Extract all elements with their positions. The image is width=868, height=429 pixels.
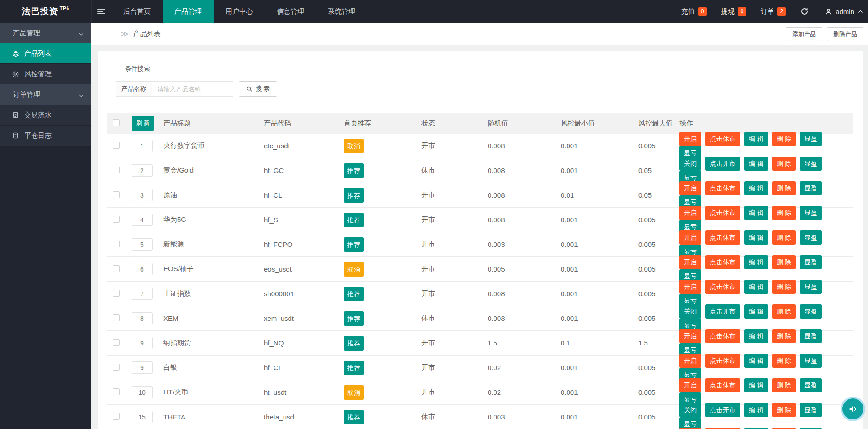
- delete-button[interactable]: 删 除: [772, 206, 796, 220]
- show-profit-button[interactable]: 显盈: [800, 403, 822, 417]
- toggle-market-button[interactable]: 点击休市: [705, 230, 740, 245]
- row-checkbox[interactable]: [113, 167, 120, 173]
- delete-button[interactable]: 删 除: [772, 378, 796, 392]
- show-profit-button[interactable]: 显盈: [800, 354, 822, 368]
- nav-item-4[interactable]: 信息管理: [265, 0, 316, 23]
- toggle-market-button[interactable]: 点击开市: [705, 403, 740, 417]
- delete-button[interactable]: 删 除: [772, 329, 796, 343]
- select-all-checkbox[interactable]: [113, 119, 120, 126]
- row-checkbox[interactable]: [113, 364, 120, 371]
- toggle-market-button[interactable]: 点击休市: [705, 280, 740, 294]
- nav-item-3[interactable]: 用户中心: [214, 0, 265, 23]
- nav-counter[interactable]: 提现 0: [714, 0, 753, 23]
- toggle-market-button[interactable]: 点击开市: [705, 304, 740, 319]
- sort-order-input[interactable]: [132, 263, 153, 275]
- row-checkbox[interactable]: [113, 241, 120, 247]
- toggle-status-button[interactable]: 开启: [679, 181, 701, 195]
- toggle-status-button[interactable]: 开启: [679, 132, 701, 146]
- delete-button[interactable]: 删 除: [772, 403, 796, 417]
- row-checkbox[interactable]: [113, 191, 120, 198]
- product-name-input[interactable]: [152, 81, 233, 97]
- edit-button[interactable]: 编 辑: [744, 403, 768, 417]
- show-profit-button[interactable]: 显盈: [800, 329, 822, 343]
- edit-button[interactable]: 编 辑: [744, 354, 768, 368]
- edit-button[interactable]: 编 辑: [744, 280, 768, 294]
- toggle-status-button[interactable]: 开启: [679, 255, 701, 269]
- recommend-badge[interactable]: 推荐: [344, 410, 364, 424]
- toggle-status-button[interactable]: 开启: [679, 329, 701, 343]
- show-profit-button[interactable]: 显盈: [800, 428, 822, 429]
- refresh-button[interactable]: 刷 新: [132, 116, 154, 131]
- row-checkbox[interactable]: [113, 413, 120, 420]
- edit-button[interactable]: 编 辑: [744, 304, 768, 319]
- sort-order-input[interactable]: [132, 140, 153, 152]
- sidebar-item[interactable]: 风控管理: [0, 64, 91, 84]
- recommend-badge[interactable]: 推荐: [344, 336, 364, 351]
- refresh-icon[interactable]: [793, 0, 816, 23]
- show-profit-button[interactable]: 显盈: [800, 378, 822, 392]
- toggle-status-button[interactable]: 关闭: [679, 157, 701, 171]
- toggle-market-button[interactable]: 点击休市: [705, 354, 740, 368]
- toggle-market-button[interactable]: 点击休市: [705, 132, 740, 146]
- row-checkbox[interactable]: [113, 314, 120, 321]
- toggle-market-button[interactable]: 点击休市: [705, 206, 740, 220]
- sort-order-input[interactable]: [132, 386, 153, 398]
- sidebar-item[interactable]: 交易流水: [0, 105, 91, 126]
- toggle-status-button[interactable]: 关闭: [679, 304, 701, 319]
- toggle-status-button[interactable]: 开启: [679, 230, 701, 245]
- sort-order-input[interactable]: [132, 238, 153, 251]
- toggle-market-button[interactable]: 点击休市: [705, 181, 740, 195]
- delete-product-button[interactable]: 删除产品: [827, 27, 863, 41]
- add-product-button[interactable]: 添加产品: [786, 27, 822, 41]
- edit-button[interactable]: 编 辑: [744, 157, 768, 171]
- toggle-status-button[interactable]: 开启: [679, 428, 701, 429]
- recommend-badge[interactable]: 推荐: [344, 237, 364, 252]
- recommend-badge[interactable]: 推荐: [344, 361, 364, 375]
- nav-item-5[interactable]: 系统管理: [316, 0, 367, 23]
- show-profit-button[interactable]: 显盈: [800, 206, 822, 220]
- delete-button[interactable]: 删 除: [772, 157, 796, 171]
- delete-button[interactable]: 删 除: [772, 304, 796, 319]
- floating-sound-button[interactable]: [842, 398, 863, 419]
- row-checkbox[interactable]: [113, 142, 120, 149]
- user-menu[interactable]: admin: [816, 0, 868, 23]
- toggle-status-button[interactable]: 开启: [679, 206, 701, 220]
- edit-button[interactable]: 编 辑: [744, 230, 768, 245]
- recommend-badge[interactable]: 取消: [344, 139, 364, 153]
- recommend-badge[interactable]: 推荐: [344, 163, 364, 178]
- sort-order-input[interactable]: [132, 214, 153, 226]
- edit-button[interactable]: 编 辑: [744, 428, 768, 429]
- show-profit-button[interactable]: 显盈: [800, 230, 822, 245]
- recommend-badge[interactable]: 取消: [344, 385, 364, 400]
- row-checkbox[interactable]: [113, 290, 120, 297]
- recommend-badge[interactable]: 推荐: [344, 213, 364, 227]
- sort-order-input[interactable]: [132, 361, 153, 374]
- hamburger-icon[interactable]: [91, 0, 111, 23]
- show-profit-button[interactable]: 显盈: [800, 304, 822, 319]
- toggle-market-button[interactable]: 点击休市: [705, 428, 740, 429]
- toggle-status-button[interactable]: 开启: [679, 378, 701, 392]
- toggle-market-button[interactable]: 点击休市: [705, 255, 740, 269]
- edit-button[interactable]: 编 辑: [744, 181, 768, 195]
- sort-order-input[interactable]: [132, 312, 153, 324]
- nav-counter[interactable]: 订单 2: [753, 0, 793, 23]
- show-profit-button[interactable]: 显盈: [800, 132, 822, 146]
- show-profit-button[interactable]: 显盈: [800, 280, 822, 294]
- recommend-badge[interactable]: 取消: [344, 262, 364, 277]
- edit-button[interactable]: 编 辑: [744, 206, 768, 220]
- toggle-market-button[interactable]: 点击开市: [705, 157, 740, 171]
- toggle-status-button[interactable]: 开启: [679, 354, 701, 368]
- edit-button[interactable]: 编 辑: [744, 329, 768, 343]
- nav-counter[interactable]: 充值 0: [674, 0, 714, 23]
- delete-button[interactable]: 删 除: [772, 428, 796, 429]
- row-checkbox[interactable]: [113, 265, 120, 272]
- recommend-badge[interactable]: 推荐: [344, 287, 364, 301]
- row-checkbox[interactable]: [113, 388, 120, 395]
- toggle-status-button[interactable]: 开启: [679, 280, 701, 294]
- delete-button[interactable]: 删 除: [772, 132, 796, 146]
- toggle-market-button[interactable]: 点击休市: [705, 329, 740, 343]
- sort-order-input[interactable]: [132, 288, 153, 300]
- sort-order-input[interactable]: [132, 164, 153, 177]
- sort-order-input[interactable]: [132, 189, 153, 201]
- edit-button[interactable]: 编 辑: [744, 132, 768, 146]
